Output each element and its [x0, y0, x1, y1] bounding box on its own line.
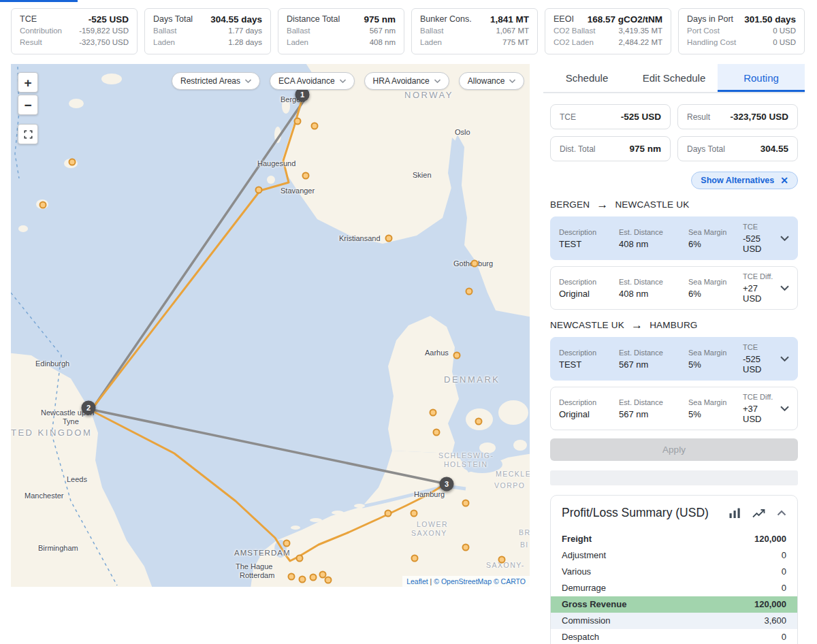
- kpi-value: -323,750 USD: [79, 37, 129, 48]
- arrow-right-icon: →: [631, 319, 643, 331]
- port-dot: [411, 555, 419, 562]
- mini-card-result: Result-323,750 USD: [677, 104, 798, 129]
- chevron-down-icon[interactable]: [778, 356, 789, 361]
- port-dot: [453, 352, 461, 359]
- chevron-down-icon: [434, 79, 440, 83]
- mini-card-tce: TCE-525 USD: [550, 104, 671, 129]
- leg-heading: NEWCASTLE UK → HAMBURG: [550, 319, 798, 331]
- restricted-areas-dropdown[interactable]: Restricted Areas: [172, 72, 260, 90]
- map-label-oslo: Oslo: [455, 128, 470, 136]
- route-field: Est. Distance408 nm: [619, 278, 688, 299]
- hra-avoidance-dropdown[interactable]: HRA Avoidance: [364, 72, 449, 90]
- show-alternatives-button[interactable]: Show Alternatives ✕: [691, 172, 798, 189]
- pnl-row-freight: Freight120,000: [551, 531, 797, 547]
- chevron-down-icon[interactable]: [778, 406, 789, 411]
- map-label-denmark: DENMARK: [444, 374, 500, 385]
- profit-loss-title: Profit/Loss Summary (USD): [562, 506, 718, 520]
- port-dot: [296, 555, 304, 562]
- mini-card-distance: Dist. Total975 nm: [550, 136, 671, 161]
- leg-from: BERGEN: [550, 199, 590, 210]
- port-dot: [498, 556, 506, 564]
- waypoint-marker-2[interactable]: 2: [82, 400, 96, 415]
- dropdown-label: Restricted Areas: [180, 76, 240, 86]
- kpi-label: Distance Total: [287, 14, 340, 25]
- map-label-edinburgh: Edinburgh: [35, 359, 69, 368]
- kpi-card-bunker: Bunker Cons.1,841 MT Ballast1,067 MT Lad…: [411, 8, 538, 54]
- pnl-row-various: Various0: [551, 564, 797, 580]
- apply-button[interactable]: Apply: [550, 438, 798, 461]
- attribution-separator: |: [430, 577, 432, 585]
- chevron-down-icon[interactable]: [778, 285, 789, 291]
- mini-card-value: -323,750 USD: [730, 112, 788, 122]
- map-label-the-hague: The Hague: [236, 562, 272, 570]
- allowance-dropdown[interactable]: Allowance: [459, 72, 525, 90]
- map-label-aarhus: Aarhus: [425, 349, 449, 357]
- route-option[interactable]: DescriptionOriginal Est. Distance408 nm …: [550, 266, 798, 310]
- port-dot: [433, 429, 440, 436]
- kpi-label: CO2 Laden: [554, 37, 594, 48]
- map-label-lower: LOWER: [417, 520, 448, 528]
- mini-card-value: -525 USD: [621, 112, 661, 122]
- kpi-value: 1.28 days: [228, 37, 262, 48]
- tab-routing[interactable]: Routing: [718, 64, 805, 92]
- kpi-label: TCE: [20, 14, 37, 25]
- dropdown-label: Allowance: [468, 76, 505, 86]
- map-layer-filters: Restricted Areas ECA Avoidance HRA Avoid…: [172, 72, 524, 90]
- route-map[interactable]: + − Restricted Areas ECA Avoidance HRA A…: [11, 64, 530, 587]
- route-field: Est. Distance408 nm: [619, 228, 688, 249]
- route-field: Sea Margin6%: [688, 278, 743, 299]
- bar-chart-icon[interactable]: [729, 508, 741, 518]
- kpi-value: 775 MT: [502, 37, 529, 48]
- fit-bounds-icon: [23, 129, 33, 140]
- pnl-row-adjustment: Adjustment0: [551, 547, 797, 564]
- map-label-br: BR: [519, 528, 530, 536]
- show-alternatives-label: Show Alternatives: [701, 176, 774, 185]
- kpi-value: 408 nm: [370, 37, 396, 48]
- tab-edit-schedule[interactable]: Edit Schedule: [630, 64, 718, 92]
- waypoint-marker-3[interactable]: 3: [440, 477, 454, 491]
- port-dot: [302, 172, 310, 180]
- map-label-haugesund: Haugesund: [257, 159, 295, 167]
- arrow-right-icon: →: [596, 199, 608, 210]
- leg-section-bergen-newcastle: BERGEN → NEWCASTLE UK DescriptionTEST Es…: [550, 199, 798, 310]
- leaflet-link[interactable]: Leaflet: [406, 577, 428, 585]
- leg-section-newcastle-hamburg: NEWCASTLE UK → HAMBURG DescriptionTEST E…: [550, 319, 798, 430]
- fit-bounds-button[interactable]: [18, 124, 38, 144]
- route-field: Sea Margin5%: [688, 349, 743, 370]
- route-option[interactable]: DescriptionOriginal Est. Distance567 nm …: [550, 387, 798, 430]
- map-canvas: [11, 64, 530, 587]
- map-label-leeds: Leeds: [67, 475, 87, 483]
- carto-link[interactable]: © CARTO: [494, 577, 526, 585]
- map-label-united-kingdom: TED KINGDOM: [11, 428, 92, 438]
- dropdown-label: ECA Avoidance: [278, 76, 335, 86]
- port-dot: [385, 510, 392, 517]
- map-label-hamburg: Hamburg: [414, 490, 445, 498]
- route-field: TCE-525 USD: [743, 343, 778, 374]
- tab-schedule[interactable]: Schedule: [543, 64, 630, 92]
- panel-divider: [550, 470, 798, 485]
- kpi-value: 1.77 days: [228, 25, 262, 37]
- osm-link[interactable]: © OpenStreetMap: [434, 577, 492, 585]
- route-field: DescriptionTEST: [559, 228, 619, 249]
- kpi-label: Contribution: [20, 25, 62, 37]
- kpi-value: 0 USD: [773, 25, 796, 37]
- kpi-value: 168.57 gCO2/tNM: [588, 14, 662, 25]
- route-field: Sea Margin6%: [688, 228, 743, 249]
- kpi-card-eeoi: EEOI168.57 gCO2/tNM CO2 Ballast3,419.35 …: [545, 8, 671, 54]
- collapse-chevron-icon[interactable]: [777, 510, 786, 516]
- chevron-down-icon[interactable]: [778, 236, 789, 241]
- trend-chart-icon[interactable]: [752, 508, 765, 518]
- map-attribution: Leaflet | © OpenStreetMap © CARTO: [402, 576, 530, 587]
- close-icon[interactable]: ✕: [780, 176, 788, 185]
- mini-card-label: Result: [687, 112, 710, 122]
- route-field: TCE Diff.+27 USD: [743, 272, 778, 304]
- zoom-out-button[interactable]: −: [18, 95, 38, 115]
- zoom-in-button[interactable]: +: [18, 72, 38, 93]
- kpi-label: CO2 Ballast: [554, 25, 595, 37]
- eca-avoidance-dropdown[interactable]: ECA Avoidance: [270, 72, 355, 90]
- route-option-selected[interactable]: DescriptionTEST Est. Distance408 nm Sea …: [550, 216, 798, 260]
- kpi-strip: TCE-525 USD Contribution-159,822 USD Res…: [0, 0, 817, 54]
- route-option-selected[interactable]: DescriptionTEST Est. Distance567 nm Sea …: [550, 337, 798, 381]
- port-dot: [466, 288, 473, 295]
- mini-card-label: TCE: [560, 112, 576, 122]
